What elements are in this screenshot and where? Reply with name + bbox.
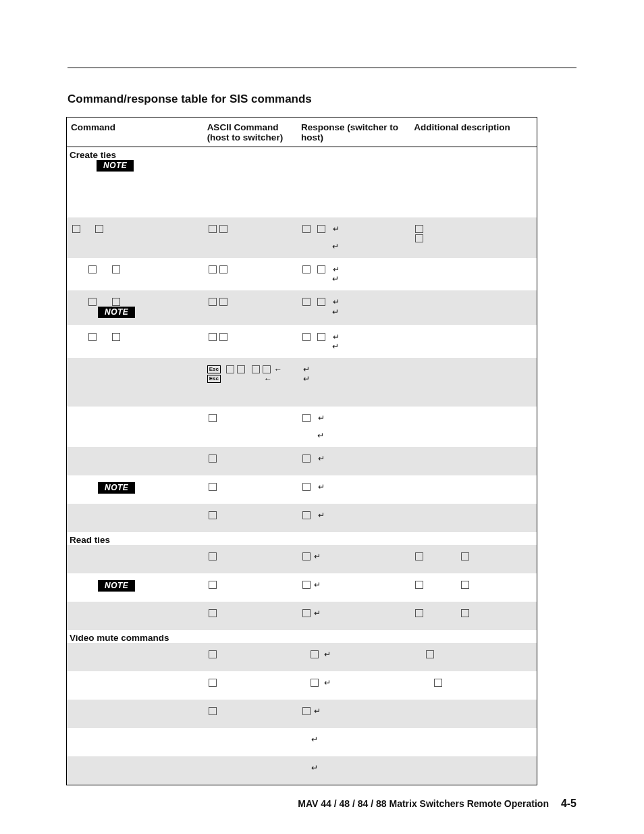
placeholder-icon — [209, 609, 217, 617]
note-badge: NOTE — [97, 160, 134, 172]
return-icon: ↵ — [312, 552, 321, 561]
col-header-description: Additional description — [410, 118, 537, 147]
table-row: Esc ← Esc ← ↵↵ — [67, 358, 537, 407]
placeholder-icon — [302, 225, 311, 233]
return-icon: ↵ — [301, 365, 310, 374]
return-icon: ↵ — [330, 307, 339, 317]
table-row: ↵ ↵ — [67, 217, 537, 258]
section-title: Command/response table for SIS commands — [68, 93, 576, 106]
placeholder-icon — [317, 225, 325, 233]
placeholder-icon — [209, 650, 217, 658]
return-icon: ↵ — [312, 608, 321, 618]
table-row — [67, 172, 537, 217]
placeholder-icon — [219, 333, 227, 341]
placeholder-icon — [209, 581, 217, 589]
table-row: ↵ ↵ — [67, 258, 537, 290]
enter-icon: ← — [272, 365, 282, 374]
placeholder-icon — [95, 225, 103, 233]
placeholder-icon — [415, 552, 423, 561]
return-icon: ↵ — [309, 763, 318, 773]
placeholder-icon — [311, 650, 319, 658]
placeholder-icon — [317, 265, 325, 273]
placeholder-icon — [317, 298, 325, 306]
placeholder-icon — [302, 265, 311, 273]
placeholder-icon — [209, 265, 217, 273]
placeholder-icon — [302, 552, 311, 561]
note-badge: NOTE — [98, 307, 135, 318]
col-header-ascii: ASCII Command (host to switcher) — [203, 118, 297, 147]
placeholder-icon — [311, 679, 319, 687]
return-icon: ↵ — [331, 297, 340, 307]
placeholder-icon — [209, 552, 217, 561]
table-row: ↵ — [67, 671, 537, 700]
return-icon: ↵ — [330, 342, 339, 351]
return-icon: ↵ — [331, 224, 340, 234]
placeholder-icon — [209, 511, 217, 519]
return-icon: ↵ — [312, 580, 321, 590]
placeholder-icon — [426, 650, 434, 658]
placeholder-icon — [461, 609, 469, 617]
placeholder-icon — [302, 483, 311, 491]
col-header-response-label: Response — [301, 122, 345, 132]
table-row: ↵ — [67, 504, 537, 532]
return-icon: ↵ — [322, 678, 331, 687]
return-icon: ↵ — [331, 332, 340, 342]
placeholder-icon — [219, 298, 227, 306]
return-icon: ↵ — [322, 650, 331, 659]
return-icon: ↵ — [330, 242, 339, 251]
sis-command-table: Command ASCII Command (host to switcher)… — [66, 117, 537, 785]
placeholder-icon — [112, 265, 120, 273]
placeholder-icon — [263, 365, 271, 373]
placeholder-icon — [209, 679, 217, 687]
placeholder-icon — [112, 333, 120, 341]
table-row: ↵ — [67, 447, 537, 475]
col-header-ascii-label: ASCII Command — [207, 122, 279, 132]
placeholder-icon — [88, 298, 97, 306]
placeholder-icon — [415, 234, 423, 242]
table-row: ↵ — [67, 643, 537, 671]
note-badge: NOTE — [98, 580, 135, 592]
table-header-row: Command ASCII Command (host to switcher)… — [67, 118, 537, 147]
placeholder-icon — [209, 707, 217, 715]
col-header-command: Command — [67, 118, 203, 147]
group-video-mute-label: Video mute commands — [70, 633, 169, 643]
group-video-mute: Video mute commands — [67, 630, 537, 643]
placeholder-icon — [415, 609, 423, 617]
return-icon: ↵ — [316, 454, 325, 463]
placeholder-icon — [302, 581, 311, 589]
placeholder-icon — [302, 609, 311, 617]
table-row: NOTE ↵ ↵ — [67, 290, 537, 325]
placeholder-icon — [434, 679, 442, 687]
group-create-ties-label: Create ties — [70, 150, 116, 160]
placeholder-icon — [461, 581, 469, 589]
placeholder-icon — [209, 225, 217, 233]
table-row: ↵ — [67, 602, 537, 630]
esc-key-icon: Esc — [207, 375, 221, 383]
placeholder-icon — [112, 298, 120, 306]
table-row: ↵ ↵ — [67, 325, 537, 357]
placeholder-icon — [302, 414, 311, 422]
group-read-ties: Read ties — [67, 532, 537, 545]
return-icon: ↵ — [301, 374, 310, 384]
placeholder-icon — [415, 225, 423, 233]
top-rule — [68, 68, 576, 68]
group-read-ties-label: Read ties — [70, 535, 110, 545]
placeholder-icon — [209, 454, 217, 463]
placeholder-icon — [317, 333, 325, 341]
return-icon: ↵ — [316, 511, 325, 520]
placeholder-icon — [302, 333, 311, 341]
placeholder-icon — [415, 581, 423, 589]
col-header-response: Response (switcher to host) — [297, 118, 410, 147]
enter-icon: ← — [262, 374, 272, 384]
table-row: NOTE ↵ — [67, 475, 537, 504]
placeholder-icon — [252, 365, 260, 373]
placeholder-icon — [88, 333, 97, 341]
placeholder-icon — [88, 265, 97, 273]
placeholder-icon — [461, 552, 469, 561]
placeholder-icon — [209, 483, 217, 491]
placeholder-icon — [302, 454, 311, 463]
table-row: NOTE ↵ — [67, 573, 537, 602]
footer-title: MAV 44 / 48 / 84 / 88 Matrix Switchers R… — [298, 798, 549, 809]
placeholder-icon — [302, 511, 311, 519]
table-row: ↵ — [67, 545, 537, 573]
